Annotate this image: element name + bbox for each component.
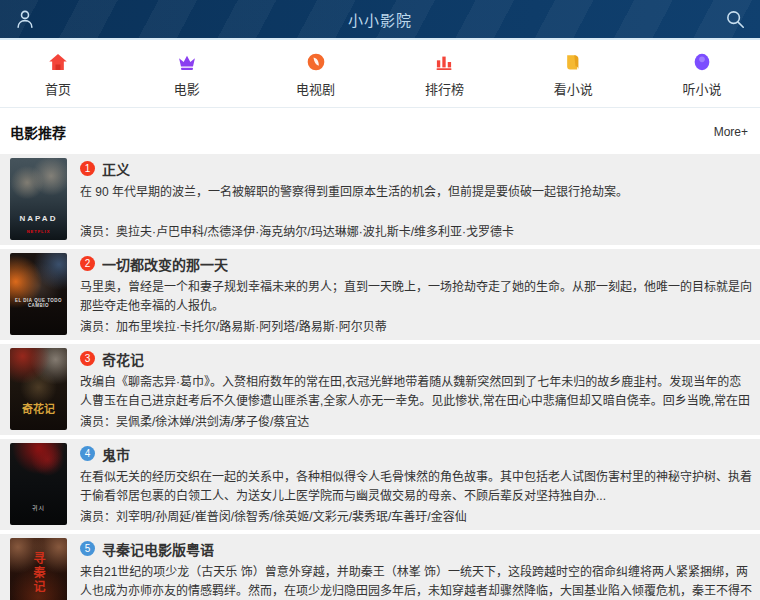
listen-icon [692,52,712,72]
movie-list: NAPAD NETFLIX 1 正义 在 90 年代早期的波兰，一名被解职的警察… [0,154,760,600]
nav-item-label: 排行榜 [425,79,464,98]
movie-title[interactable]: 寻秦记电影版粤语 [102,539,214,559]
nav-item-label: 看小说 [554,79,593,98]
app-header: 小小影院 [0,0,760,40]
movie-content: 1 正义 在 90 年代早期的波兰，一名被解职的警察得到重回原本生活的机会，但前… [80,158,752,241]
movie-title[interactable]: 鬼市 [102,444,130,464]
movie-cast: 演员：加布里埃拉·卡托尔/路易斯·阿列塔/路易斯·阿尔贝蒂 [80,318,752,336]
poster-title-text: EL DIA QUE TODO CAMBIO [10,298,67,308]
nav-item-label: 首页 [45,79,71,98]
movie-title[interactable]: 一切都改变的那一天 [102,254,228,274]
section-header: 电影推荐 More+ [0,108,760,154]
nav-item-label: 电视剧 [296,79,335,98]
poster-title-text: 奇花记 [10,400,67,416]
poster-title-text: 귀시 [10,503,67,512]
user-icon[interactable] [14,8,36,30]
rank-badge: 1 [80,161,95,176]
movie-cast: 演员：吴佩柔/徐沐婵/洪剑涛/茅子俊/蔡宜达 [80,413,752,431]
movie-title[interactable]: 奇花记 [102,349,144,369]
nav-item-ranking[interactable]: 排行榜 [422,52,466,98]
nav-item-crown[interactable]: 电影 [165,52,209,98]
nav-bar: 首页 电影 电视剧 排行榜 看小说 听小说 [0,40,760,108]
movie-description: 在看似无关的经历交织在一起的关系中，各种相似得令人毛骨悚然的角色故事。其中包括老… [80,468,752,506]
movie-list-item[interactable]: 寻秦记 5 寻秦记电影版粤语 来自21世纪的项少龙（古天乐 饰）曾意外穿越，并助… [0,534,760,600]
movie-poster[interactable]: EL DIA QUE TODO CAMBIO [10,253,67,335]
book-icon [563,52,583,72]
movie-poster[interactable]: 寻秦记 [10,538,67,600]
movie-title-line: 5 寻秦记电影版粤语 [80,538,752,559]
nav-item-label: 听小说 [682,79,721,98]
movie-list-item[interactable]: NAPAD NETFLIX 1 正义 在 90 年代早期的波兰，一名被解职的警察… [0,154,760,245]
movie-poster[interactable]: 귀시 [10,443,67,525]
movie-title-line: 4 鬼市 [80,443,752,464]
poster-sub-text: NETFLIX [10,229,67,234]
nav-item-home[interactable]: 首页 [36,52,80,98]
rank-badge: 3 [80,351,95,366]
movie-cast: 演员：奥拉夫·卢巴申科/杰德泽伊·海克纳尔/玛达琳娜·波扎斯卡/维多利亚·戈罗德… [80,223,752,241]
movie-poster[interactable]: NAPAD NETFLIX [10,158,67,240]
more-link[interactable]: More+ [714,125,748,139]
home-icon [48,52,68,72]
movie-content: 2 一切都改变的那一天 马里奥，曾经是一个和妻子规划幸福未来的男人；直到一天晚上… [80,253,752,336]
poster-title-text: 寻秦记 [30,552,47,594]
movie-list-item[interactable]: 奇花记 3 奇花记 改编自《聊斋志异·葛巾》。入赘相府数年的常在田,衣冠光鲜地带… [0,344,760,435]
movie-description: 在 90 年代早期的波兰，一名被解职的警察得到重回原本生活的机会，但前提是要侦破… [80,183,752,202]
movie-description: 马里奥，曾经是一个和妻子规划幸福未来的男人；直到一天晚上，一场抢劫夺走了她的生命… [80,278,752,316]
movie-description: 来自21世纪的项少龙（古天乐 饰）曾意外穿越，并助秦王（林峯 饰）一统天下，这段… [80,563,752,600]
section-title: 电影推荐 [10,122,66,142]
movie-cast: 演员：刘宰明/孙周延/崔普闵/徐智秀/徐英姬/文彩元/裴秀珉/车善玗/金容仙 [80,508,752,526]
crown-icon [177,52,197,72]
movie-list-item[interactable]: EL DIA QUE TODO CAMBIO 2 一切都改变的那一天 马里奥，曾… [0,249,760,340]
nav-item-tv[interactable]: 电视剧 [294,52,338,98]
movie-list-item[interactable]: 귀시 4 鬼市 在看似无关的经历交织在一起的关系中，各种相似得令人毛骨悚然的角色… [0,439,760,530]
movie-title-line: 1 正义 [80,158,752,179]
rank-badge: 4 [80,446,95,461]
nav-item-listen[interactable]: 听小说 [680,52,724,98]
rank-badge: 2 [80,256,95,271]
movie-title-line: 2 一切都改变的那一天 [80,253,752,274]
ranking-icon [434,52,454,72]
movie-content: 4 鬼市 在看似无关的经历交织在一起的关系中，各种相似得令人毛骨悚然的角色故事。… [80,443,752,526]
nav-item-book[interactable]: 看小说 [551,52,595,98]
movie-content: 5 寻秦记电影版粤语 来自21世纪的项少龙（古天乐 饰）曾意外穿越，并助秦王（林… [80,538,752,600]
movie-description: 改编自《聊斋志异·葛巾》。入赘相府数年的常在田,衣冠光鲜地带着随从魏新突然回到了… [80,373,752,411]
movie-title-line: 3 奇花记 [80,348,752,369]
poster-title-text: NAPAD [10,214,67,223]
movie-title[interactable]: 正义 [102,159,130,179]
movie-poster[interactable]: 奇花记 [10,348,67,430]
app-title: 小小影院 [348,9,412,30]
tv-icon [306,52,326,72]
movie-content: 3 奇花记 改编自《聊斋志异·葛巾》。入赘相府数年的常在田,衣冠光鲜地带着随从魏… [80,348,752,431]
search-icon[interactable] [724,8,746,30]
rank-badge: 5 [80,541,95,556]
nav-item-label: 电影 [174,79,200,98]
